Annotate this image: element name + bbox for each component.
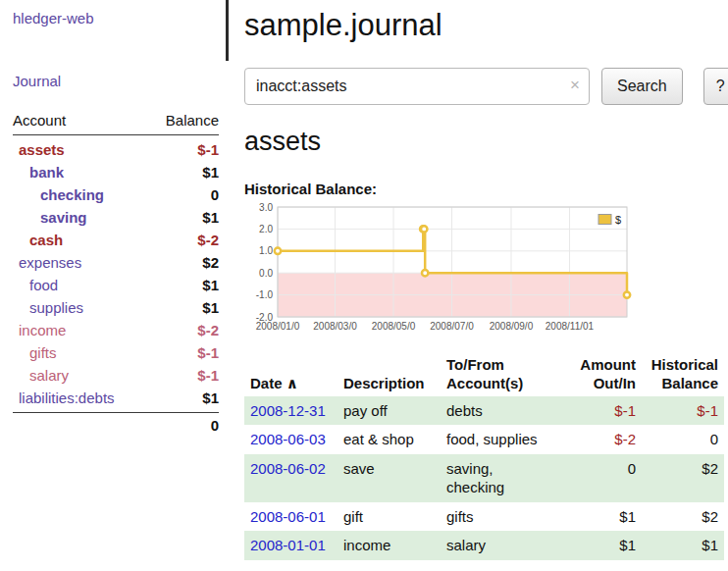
transaction-amount: $-2 bbox=[563, 425, 642, 454]
account-balance: 0 bbox=[148, 183, 219, 206]
clear-search-icon[interactable]: × bbox=[570, 77, 580, 93]
transaction-amount: $1 bbox=[563, 531, 642, 560]
transaction-date-link[interactable]: 2008-06-02 bbox=[244, 454, 338, 502]
account-link[interactable]: supplies bbox=[13, 296, 148, 319]
register-row: 2008-12-31pay offdebts$-1$-1 bbox=[244, 396, 724, 426]
transaction-balance: $2 bbox=[642, 502, 724, 532]
svg-text:2008/05/0: 2008/05/0 bbox=[372, 321, 416, 332]
transaction-description: gift bbox=[338, 502, 441, 532]
svg-text:2008/07/0: 2008/07/0 bbox=[430, 321, 474, 332]
search-input[interactable] bbox=[244, 68, 590, 105]
hledger-web-app: hledger-web Journal Account Balance asse… bbox=[0, 0, 728, 571]
account-row: expenses$2 bbox=[13, 251, 219, 274]
page-title: sample.journal bbox=[244, 8, 728, 43]
transaction-balance: $2 bbox=[642, 454, 724, 502]
accounts-total-row: 0 bbox=[13, 413, 219, 438]
account-link[interactable]: expenses bbox=[13, 251, 148, 274]
account-balance: $-1 bbox=[148, 341, 219, 364]
accounts-total-spacer bbox=[13, 413, 148, 438]
svg-text:2008/01/0: 2008/01/0 bbox=[256, 321, 300, 332]
register-row: 2008-06-02savesaving,checking0$2 bbox=[244, 454, 724, 502]
account-link[interactable]: cash bbox=[13, 229, 148, 251]
account-balance: $-2 bbox=[148, 229, 219, 251]
account-balance: $1 bbox=[148, 206, 219, 229]
account-heading: assets bbox=[244, 127, 728, 157]
transaction-amount: $1 bbox=[563, 502, 642, 532]
transaction-date-link[interactable]: 2008-12-31 bbox=[244, 396, 338, 426]
amount-header-line2: Out/In bbox=[569, 375, 636, 393]
transaction-date-link[interactable]: 2008-06-03 bbox=[244, 425, 338, 454]
sidebar: hledger-web Journal Account Balance asse… bbox=[0, 0, 229, 571]
account-link[interactable]: income bbox=[13, 319, 148, 341]
svg-text:2008/09/0: 2008/09/0 bbox=[490, 321, 534, 332]
account-balance: $1 bbox=[148, 274, 219, 296]
transaction-date-link[interactable]: 2008-06-01 bbox=[244, 502, 338, 532]
register-col-description: Description bbox=[338, 353, 441, 396]
account-link[interactable]: assets bbox=[13, 135, 148, 162]
transaction-amount: 0 bbox=[563, 454, 642, 502]
chart-title: Historical Balance: bbox=[244, 181, 728, 197]
account-row: bank$1 bbox=[13, 161, 219, 183]
app-title-link[interactable]: hledger-web bbox=[13, 10, 219, 26]
date-header-label: Date bbox=[250, 375, 283, 391]
account-balance: $2 bbox=[148, 251, 219, 274]
sidebar-scrollbar[interactable] bbox=[226, 0, 229, 61]
account-link[interactable]: liabilities:debts bbox=[13, 387, 148, 413]
account-row: income$-2 bbox=[13, 319, 219, 341]
transaction-accounts: salary bbox=[441, 531, 563, 560]
account-link[interactable]: food bbox=[13, 274, 148, 296]
register-col-amount: Amount Out/In bbox=[563, 353, 642, 396]
transaction-balance: 0 bbox=[642, 425, 724, 454]
account-row: saving$1 bbox=[13, 206, 219, 229]
transaction-accounts: debts bbox=[441, 396, 563, 426]
svg-text:-1.0: -1.0 bbox=[256, 289, 274, 300]
register-col-accounts: To/From Account(s) bbox=[441, 353, 563, 396]
transaction-description: eat & shop bbox=[338, 425, 441, 454]
register-table: Date ∧ Description To/From Account(s) Am… bbox=[244, 353, 724, 560]
transaction-description: save bbox=[338, 454, 441, 502]
transaction-accounts: saving,checking bbox=[441, 454, 563, 502]
accounts-total-value: 0 bbox=[148, 413, 219, 438]
account-link[interactable]: saving bbox=[13, 206, 148, 229]
account-link[interactable]: checking bbox=[13, 183, 148, 206]
svg-text:2.0: 2.0 bbox=[259, 224, 273, 234]
account-link[interactable]: salary bbox=[13, 364, 148, 387]
transaction-balance: $1 bbox=[642, 531, 724, 560]
amount-header-line1: Amount bbox=[569, 356, 636, 375]
svg-text:1.0: 1.0 bbox=[259, 245, 273, 256]
help-button[interactable]: ? bbox=[703, 68, 728, 105]
register-col-balance: Historical Balance bbox=[642, 353, 724, 396]
svg-text:2008/03/0: 2008/03/0 bbox=[313, 321, 357, 332]
transaction-accounts: gifts bbox=[441, 502, 563, 532]
account-balance: $-1 bbox=[148, 135, 219, 162]
transaction-description: pay off bbox=[338, 396, 441, 426]
sort-ascending-icon: ∧ bbox=[286, 375, 298, 391]
register-header-row: Date ∧ Description To/From Account(s) Am… bbox=[244, 353, 724, 396]
search-button[interactable]: Search bbox=[601, 68, 683, 105]
account-row: salary$-1 bbox=[13, 364, 219, 387]
transaction-accounts: food, supplies bbox=[441, 425, 563, 454]
balance-header-line1: Historical bbox=[648, 356, 718, 375]
register-col-date[interactable]: Date ∧ bbox=[244, 353, 338, 396]
svg-text:2008/11/01: 2008/11/01 bbox=[546, 321, 595, 332]
search-row: × Search ? bbox=[244, 68, 728, 105]
svg-text:0.0: 0.0 bbox=[259, 268, 273, 279]
register-row: 2008-01-01incomesalary$1$1 bbox=[244, 531, 724, 560]
account-row: cash$-2 bbox=[13, 229, 219, 251]
search-box: × bbox=[244, 68, 590, 105]
accounts-header-row: Account Balance bbox=[13, 110, 219, 135]
svg-text:$: $ bbox=[615, 214, 621, 226]
account-link[interactable]: bank bbox=[13, 161, 148, 183]
account-balance: $1 bbox=[148, 161, 219, 183]
accounts-header-line1: To/From bbox=[446, 356, 557, 375]
account-row: gifts$-1 bbox=[13, 341, 219, 364]
accounts-header-account: Account bbox=[13, 110, 148, 135]
account-link[interactable]: gifts bbox=[13, 341, 148, 364]
transaction-date-link[interactable]: 2008-01-01 bbox=[244, 531, 338, 560]
accounts-header-line2: Account(s) bbox=[446, 375, 557, 393]
account-balance: $1 bbox=[148, 387, 219, 413]
main-content: sample.journal × Search ? assets Histori… bbox=[229, 0, 728, 571]
account-balance: $-2 bbox=[148, 319, 219, 341]
journal-link[interactable]: Journal bbox=[13, 73, 219, 89]
register-row: 2008-06-03eat & shopfood, supplies$-20 bbox=[244, 425, 724, 454]
